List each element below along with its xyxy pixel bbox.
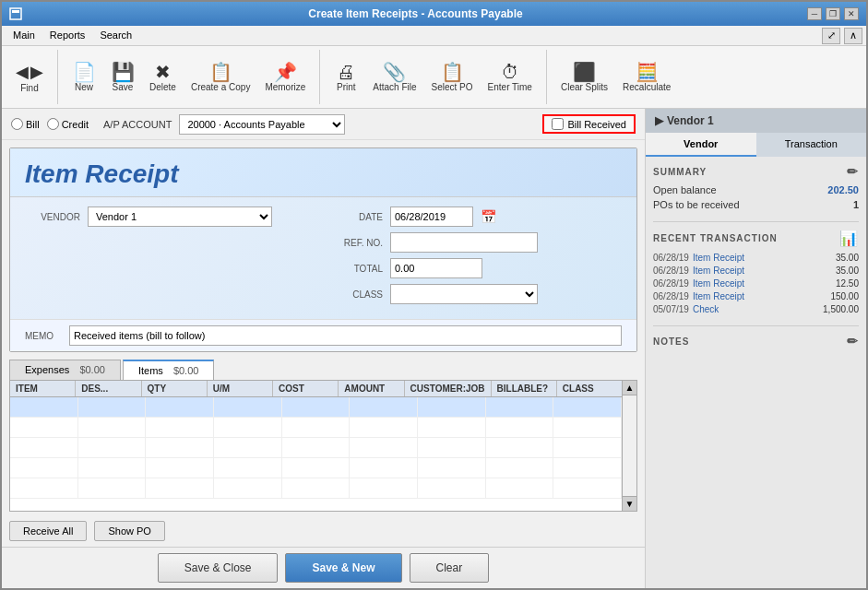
ref-input[interactable] — [390, 232, 538, 253]
pos-received-row: POs to be received 1 — [653, 199, 859, 210]
recent-type-2[interactable]: Item Receipt — [693, 266, 832, 276]
minimize-button[interactable]: ─ — [807, 7, 822, 20]
attach-label: Attach File — [373, 83, 416, 92]
save-new-button[interactable]: Save & New — [285, 553, 401, 583]
restore-button[interactable]: ❐ — [826, 7, 840, 20]
class-label: CLASS — [327, 289, 383, 300]
tab-transaction[interactable]: Transaction — [756, 133, 867, 157]
vendor-label: VENDOR — [25, 212, 80, 222]
class-select[interactable] — [390, 284, 538, 304]
save-label: Save — [113, 83, 134, 92]
bill-received-checkbox[interactable] — [552, 118, 564, 130]
tab-items[interactable]: Items $0.00 — [123, 360, 215, 380]
menu-main[interactable]: Main — [6, 28, 42, 43]
items-table: ITEM DES... QTY U/M COST AMOUNT CUSTOMER… — [9, 380, 637, 512]
close-button[interactable]: ✕ — [844, 7, 859, 20]
select-po-icon: 📋 — [441, 63, 464, 81]
bill-radio[interactable] — [11, 118, 23, 130]
content-area: Bill Credit A/P ACCOUNT 20000 · Accounts… — [2, 109, 866, 588]
bottom-left-buttons: Receive All Show PO — [2, 515, 645, 547]
title-bar: Create Item Receipts - Accounts Payable … — [2, 2, 866, 26]
attach-file-button[interactable]: 📎 Attach File — [366, 53, 422, 102]
menu-reports[interactable]: Reports — [42, 28, 93, 43]
vendor-select[interactable]: Vendor 1 — [88, 206, 272, 227]
edit-summary-icon[interactable]: ✏ — [847, 164, 859, 179]
recent-title: RECENT TRANSACTION 📊 — [653, 230, 859, 247]
open-balance-label: Open balance — [653, 184, 717, 195]
vendor-row: VENDOR Vendor 1 — [25, 206, 272, 227]
recent-date-2: 06/28/19 — [653, 266, 689, 276]
clear-splits-button[interactable]: ⬛ Clear Splits — [554, 53, 614, 102]
ap-account-select[interactable]: 20000 · Accounts Payable — [179, 114, 345, 135]
recalculate-button[interactable]: 🧮 Recalculate — [616, 53, 677, 102]
scroll-up-button[interactable]: ▲ — [623, 381, 636, 395]
table-scrollbar[interactable]: ▲ ▼ — [622, 381, 636, 511]
select-po-button[interactable]: 📋 Select PO — [425, 53, 480, 102]
scroll-down-button[interactable]: ▼ — [623, 496, 636, 511]
credit-radio-label[interactable]: Credit — [47, 118, 89, 130]
recent-section: RECENT TRANSACTION 📊 06/28/19 Item Recei… — [653, 230, 859, 314]
credit-radio[interactable] — [47, 118, 59, 130]
memo-input[interactable] — [69, 325, 622, 346]
tab-vendor[interactable]: Vendor — [646, 133, 756, 157]
create-copy-button[interactable]: 📋 Create a Copy — [184, 53, 256, 102]
save-icon: 💾 — [112, 63, 135, 81]
table-row[interactable] — [10, 397, 622, 418]
recent-amount-3: 12.50 — [836, 278, 859, 289]
menu-search[interactable]: Search — [92, 28, 139, 43]
receipt-title: Item Receipt — [25, 159, 179, 188]
col-qty: QTY — [142, 381, 208, 396]
total-input[interactable] — [390, 258, 482, 278]
list-item: 06/28/19 Item Receipt 150.00 — [653, 291, 859, 301]
recent-amount-1: 35.00 — [836, 253, 859, 263]
tab-expenses[interactable]: Expenses $0.00 — [9, 360, 121, 380]
print-button[interactable]: 🖨 Print — [327, 53, 364, 102]
edit-notes-icon[interactable]: ✏ — [847, 334, 859, 348]
new-button[interactable]: 📄 New — [65, 53, 102, 102]
new-icon: 📄 — [73, 63, 96, 81]
recalculate-label: Recalculate — [623, 83, 671, 92]
select-po-label: Select PO — [432, 83, 473, 92]
total-row: TOTAL — [327, 258, 538, 278]
expand-button[interactable]: ⤢ — [822, 28, 840, 44]
col-um: U/M — [208, 381, 273, 396]
show-po-button[interactable]: Show PO — [94, 521, 164, 541]
col-cost: COST — [273, 381, 339, 396]
memorize-button[interactable]: 📌 Memorize — [258, 53, 312, 102]
scroll-track — [623, 395, 636, 496]
recent-type-4[interactable]: Item Receipt — [693, 291, 826, 301]
vendor-header: ▶ Vendor 1 — [646, 109, 866, 133]
svg-rect-1 — [12, 10, 19, 13]
right-arrow-icon: ▶ — [30, 62, 43, 82]
col-amount: AMOUNT — [339, 381, 404, 396]
new-label: New — [75, 83, 93, 92]
vendor-title: ▶ Vendor 1 — [655, 114, 714, 127]
find-button[interactable]: ◀ ▶ Find — [9, 53, 50, 102]
table-row[interactable] — [10, 478, 622, 499]
collapse-button[interactable]: ∧ — [844, 28, 862, 44]
date-row: DATE 📅 — [327, 206, 538, 227]
items-amount: $0.00 — [173, 365, 199, 376]
save-close-button[interactable]: Save & Close — [158, 553, 279, 583]
recent-date-1: 06/28/19 — [653, 253, 689, 263]
table-row[interactable] — [10, 418, 622, 438]
list-item: 05/07/19 Check 1,500.00 — [653, 304, 859, 314]
export-recent-icon[interactable]: 📊 — [839, 230, 859, 247]
delete-button[interactable]: ✖ Delete — [143, 53, 183, 102]
clear-button[interactable]: Clear — [410, 553, 490, 583]
calendar-icon[interactable]: 📅 — [481, 209, 496, 224]
pos-received-value: 1 — [853, 199, 859, 210]
vendor-content: SUMMARY ✏ Open balance 202.50 POs to be … — [646, 157, 866, 588]
date-input[interactable] — [390, 206, 473, 227]
enter-time-button[interactable]: ⏱ Enter Time — [482, 53, 539, 102]
open-balance-row: Open balance 202.50 — [653, 184, 859, 195]
recent-type-3[interactable]: Item Receipt — [693, 278, 832, 289]
receive-all-button[interactable]: Receive All — [9, 521, 87, 541]
bill-radio-label[interactable]: Bill — [11, 118, 40, 130]
save-button[interactable]: 💾 Save — [104, 53, 141, 102]
memo-row: MEMO — [10, 319, 636, 351]
recent-type-5[interactable]: Check — [693, 304, 819, 314]
table-row[interactable] — [10, 438, 622, 458]
recent-type-1[interactable]: Item Receipt — [693, 253, 832, 263]
table-row[interactable] — [10, 458, 622, 478]
